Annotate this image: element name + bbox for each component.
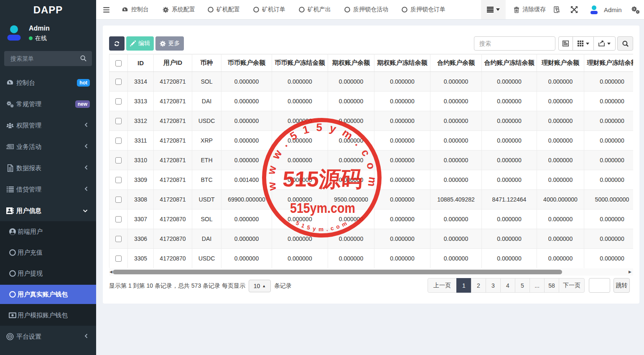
svg-text:515源码: 515源码 <box>282 167 363 191</box>
svg-text:515ym.com: 515ym.com <box>290 200 355 216</box>
